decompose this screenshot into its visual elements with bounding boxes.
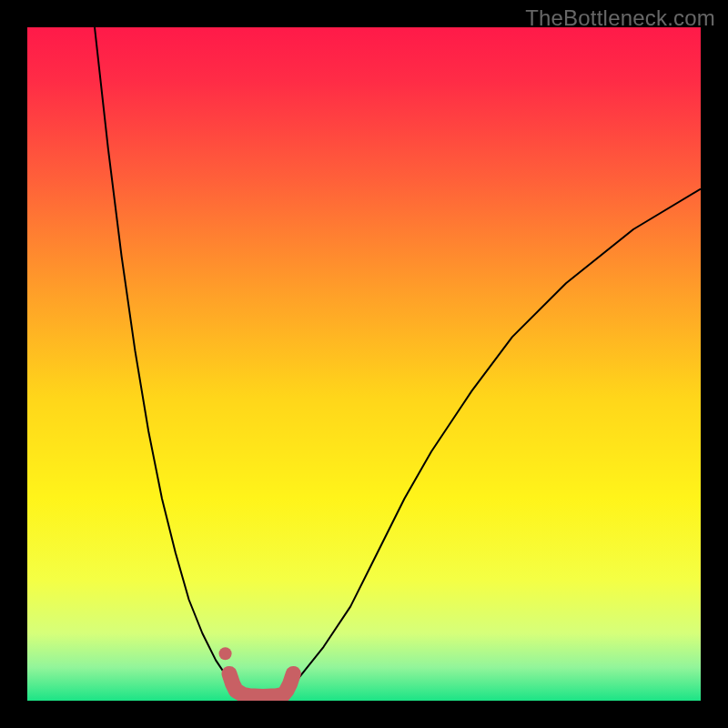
- outer-frame: TheBottleneck.com: [0, 0, 728, 728]
- chart-gradient-bg: [27, 27, 701, 701]
- watermark-label: TheBottleneck.com: [525, 5, 715, 31]
- chart-plot-area: [27, 27, 701, 701]
- valley-marker-dot: [219, 647, 232, 660]
- chart-svg: [27, 27, 701, 701]
